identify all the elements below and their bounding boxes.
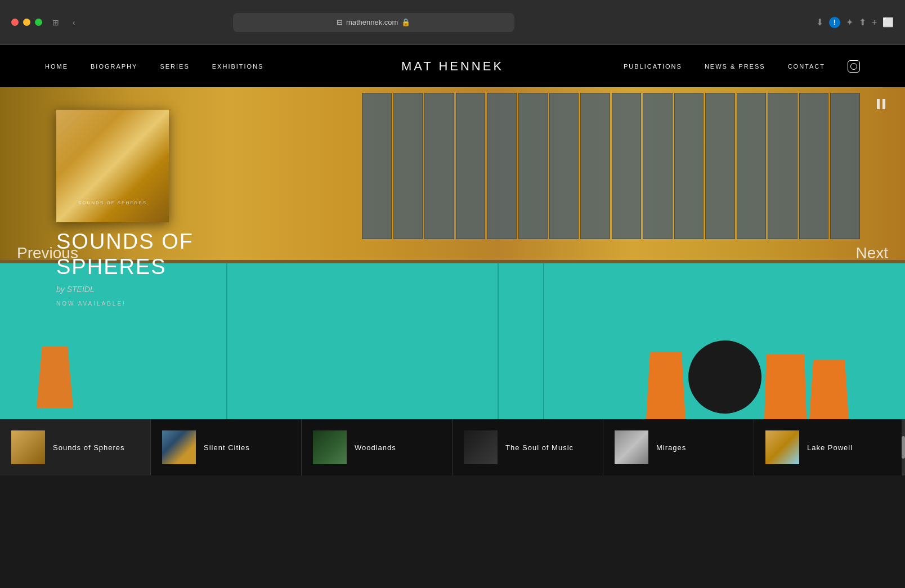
window-14 [768,93,797,239]
window-7 [549,93,579,239]
extensions-icon[interactable]: ✦ [846,17,853,28]
table [688,340,761,414]
left-chair [37,346,82,419]
sidebar-toggle-button[interactable]: ⊞ [49,16,62,29]
series-item-lake-powell[interactable]: Lake Powell [754,419,905,475]
series-scrollbar-thumb [902,436,905,459]
browser-toolbar: ⬇ ! ✦ ⬆ + ⬜ [816,17,894,28]
hero-subtitle: by STEIDL [56,285,194,294]
nav-left: HOME BIOGRAPHY SERIES EXHIBITIONS [45,63,263,70]
prev-slide-button[interactable]: Previous [11,239,84,268]
series-thumb-woodlands [313,430,347,464]
series-item-silent-cities[interactable]: Silent Cities [151,419,302,475]
next-slide-button[interactable]: Next [850,239,894,268]
nav-contact[interactable]: CONTACT [788,63,825,70]
chair-right-1 [646,352,686,419]
series-thumb-powell [765,430,799,464]
address-bar[interactable]: ⊟ mathennek.com 🔒 [233,13,514,32]
series-thumbnail-bar: Sounds of Spheres Silent Cities Woodland… [0,419,905,475]
browser-chrome: ⊞ ‹ ⊟ mathennek.com 🔒 ⬇ ! ✦ ⬆ + ⬜ [0,0,905,45]
series-thumb-soul [464,430,498,464]
series-label-woodlands: Woodlands [355,443,396,452]
window-3 [424,93,454,239]
series-item-sounds-of-spheres[interactable]: Sounds of Spheres [0,419,151,475]
minimize-button[interactable] [23,19,30,26]
window-1 [362,93,391,239]
window-9 [612,93,641,239]
series-thumb-sounds [11,430,45,464]
window-12 [705,93,734,239]
site-logo[interactable]: MAT HENNEK [401,59,504,74]
nav-biography[interactable]: BIOGRAPHY [91,63,137,70]
nav-exhibitions[interactable]: EXHIBITIONS [212,63,264,70]
pause-button[interactable] [877,98,894,110]
series-thumb-mirages [615,430,648,464]
share-icon[interactable]: ⬆ [859,17,866,28]
window-15 [799,93,828,239]
traffic-lights [11,19,42,26]
url-text: mathennek.com [346,18,398,26]
nav-series[interactable]: SERIES [160,63,189,70]
close-button[interactable] [11,19,19,26]
building-windows [362,93,859,239]
pause-bar-2 [882,99,885,109]
album-cover-overlay [56,110,169,222]
tab-icon: ⊟ [337,18,343,26]
nav-publications[interactable]: PUBLICATIONS [624,63,682,70]
series-item-mirages[interactable]: Mirages [603,419,754,475]
chair-right-3 [809,360,849,419]
back-button[interactable]: ‹ [69,16,79,29]
nav-right: PUBLICATIONS NEWS & PRESS CONTACT [624,60,860,73]
series-item-soul-of-music[interactable]: The Soul of Music [452,419,603,475]
chair-right-2 [764,354,807,419]
series-label-powell: Lake Powell [807,443,853,452]
window-11 [674,93,704,239]
website: HOME BIOGRAPHY SERIES EXHIBITIONS MAT HE… [0,45,905,475]
main-navigation: HOME BIOGRAPHY SERIES EXHIBITIONS MAT HE… [0,45,905,87]
window-2 [393,93,423,239]
series-label-silent: Silent Cities [204,443,250,452]
series-item-woodlands[interactable]: Woodlands [302,419,452,475]
hero-slideshow: SOUNDS OF SPHERES by STEIDL NOW AVAILABL… [0,87,905,419]
series-label-soul: The Soul of Music [505,443,574,452]
maximize-button[interactable] [35,19,42,26]
lock-icon: 🔒 [401,18,410,26]
series-label-mirages: Mirages [656,443,686,452]
nav-home[interactable]: HOME [45,63,68,70]
window-5 [487,93,516,239]
series-label-sounds: Sounds of Spheres [53,443,125,452]
nav-news-press[interactable]: NEWS & PRESS [705,63,765,70]
window-4 [456,93,485,239]
right-chair-group [646,340,849,419]
window-6 [518,93,548,239]
album-cover-image [56,110,169,222]
window-8 [580,93,610,239]
info-button[interactable]: ! [829,17,840,28]
divider-2 [498,263,499,419]
series-scrollbar[interactable] [902,419,905,475]
instagram-icon[interactable] [848,60,860,73]
tabs-icon[interactable]: ⬜ [882,17,894,28]
window-16 [830,93,859,239]
series-thumb-silent [162,430,196,464]
download-icon[interactable]: ⬇ [816,17,823,28]
pause-bar-1 [877,99,880,109]
new-tab-icon[interactable]: + [872,17,877,28]
divider-1 [226,263,227,419]
window-13 [737,93,766,239]
hero-cta[interactable]: NOW AVAILABLE! [56,300,194,307]
window-10 [643,93,672,239]
divider-3 [543,263,544,419]
